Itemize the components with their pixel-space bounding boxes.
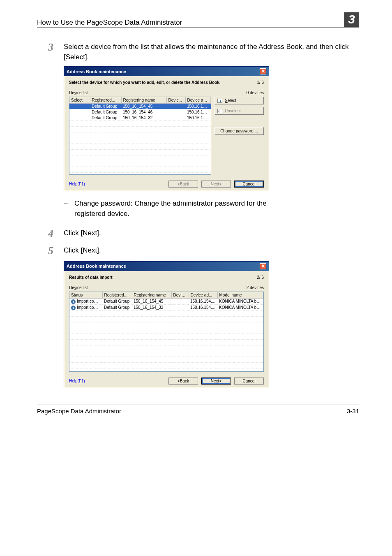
next-button[interactable]: Next>: [201, 378, 231, 385]
col-select[interactable]: Select: [69, 97, 90, 104]
help-link[interactable]: Help(F1): [69, 379, 85, 383]
bullet-text: Change password: Change the administrato…: [74, 199, 269, 219]
table-row[interactable]: Default Group 150_16_154_46 150.16.154..…: [69, 109, 211, 115]
table-row[interactable]: iImport compl... Default Group 150_16_15…: [69, 304, 263, 310]
page-footer: PageScope Data Administrator 3-31: [37, 405, 359, 415]
col-devic[interactable]: Devic...: [171, 292, 189, 299]
table-row[interactable]: Default Group 150_16_154_45 150.16.154..…: [69, 104, 211, 109]
step-text: Select a device from the list that allow…: [64, 40, 359, 62]
results-table[interactable]: Status Registered... Registering name De…: [69, 292, 264, 372]
change-password-button[interactable]: Change password ...: [214, 127, 264, 135]
back-button[interactable]: <Back: [168, 378, 198, 385]
footer-left: PageScope Data Administrator: [37, 408, 121, 415]
select-icon: [217, 99, 222, 103]
step-number: 5: [37, 244, 53, 257]
step-number: 3: [37, 40, 53, 62]
step-5: 5 Click [Next].: [37, 244, 359, 257]
info-icon: i: [71, 306, 76, 310]
chapter-badge: 3: [344, 12, 359, 27]
info-icon: i: [71, 299, 76, 304]
cancel-button[interactable]: Cancel: [234, 181, 264, 188]
dialog-title: Address Book maintenance: [67, 264, 126, 269]
step-number: 4: [37, 227, 53, 240]
device-list-label: Device list: [69, 285, 88, 290]
select-button[interactable]: Select: [214, 97, 264, 104]
device-count: 2 devices: [247, 285, 264, 290]
close-icon[interactable]: ✕: [260, 68, 266, 74]
dialog-titlebar: Address Book maintenance ✕: [64, 262, 269, 271]
step-4: 4 Click [Next].: [37, 227, 359, 240]
step-3: 3 Select a device from the list that all…: [37, 40, 359, 62]
dialog-instruction: Select the device for which you want to …: [69, 80, 221, 85]
help-link[interactable]: Help(F1): [69, 182, 85, 186]
table-row[interactable]: iImport compl... Default Group 150_16_15…: [69, 298, 263, 304]
unselect-icon: [217, 109, 222, 113]
table-row[interactable]: Default Group 150_16_154_32 150.16.154..…: [69, 115, 211, 121]
col-device-addr[interactable]: Device ad...: [189, 292, 217, 299]
page-header: How to Use the PageScope Data Administra…: [37, 12, 359, 28]
col-registering-name[interactable]: Registering name: [132, 292, 171, 299]
back-button[interactable]: <Back: [168, 181, 198, 188]
step-indicator: 2/ 6: [257, 275, 264, 280]
close-icon[interactable]: ✕: [260, 263, 266, 269]
dialog-heading: Results of data import: [69, 275, 113, 280]
col-registered[interactable]: Registered...: [102, 292, 132, 299]
footer-right: 3-31: [347, 408, 359, 415]
dialog-titlebar: Address Book maintenance ✕: [64, 67, 269, 76]
step-indicator: 1/ 6: [257, 80, 264, 85]
dialog-select-device: Address Book maintenance ✕ Select the de…: [64, 66, 269, 191]
col-model-name[interactable]: Model name: [217, 292, 263, 299]
col-status[interactable]: Status: [69, 292, 102, 299]
next-button[interactable]: Next>: [201, 181, 231, 188]
col-devic[interactable]: Devic...: [166, 97, 185, 104]
dialog-title: Address Book maintenance: [67, 69, 126, 74]
col-registered[interactable]: Registered...: [90, 97, 121, 104]
step-text: Click [Next].: [64, 227, 359, 240]
header-title: How to Use the PageScope Data Administra…: [37, 19, 182, 27]
change-password-note: – Change password: Change the administra…: [64, 199, 269, 219]
col-device-addr[interactable]: Device ad...: [185, 97, 211, 104]
device-table[interactable]: Select Registered... Registering name De…: [69, 97, 211, 175]
bullet-dash: –: [64, 199, 69, 219]
dialog-import-results: Address Book maintenance ✕ Results of da…: [64, 261, 269, 388]
step-text: Click [Next].: [64, 244, 359, 257]
cancel-button[interactable]: Cancel: [234, 378, 264, 385]
device-list-label: Device list: [69, 90, 88, 95]
device-count: 0 devices: [247, 90, 264, 95]
col-registering-name[interactable]: Registering name: [121, 97, 166, 104]
unselect-button[interactable]: Unselect: [214, 107, 264, 115]
